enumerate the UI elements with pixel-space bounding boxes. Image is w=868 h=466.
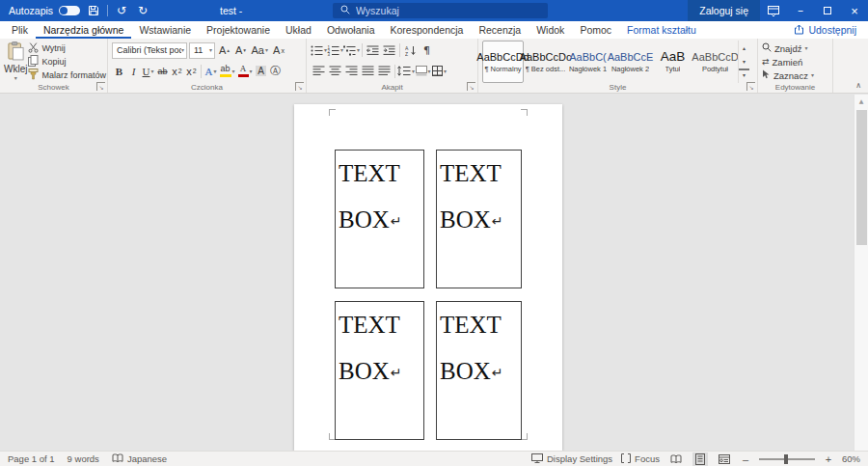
grow-font-button[interactable]: A▴ [217, 41, 231, 59]
font-name-combo[interactable]: Calibri (Tekst pod ▾ [112, 42, 187, 59]
styles-scroll-up-icon[interactable]: ▴ [739, 41, 749, 54]
page-indicator[interactable]: Page 1 of 1 [8, 453, 55, 464]
text-box[interactable]: TEXT BOX↵ [436, 301, 522, 440]
vertical-scrollbar[interactable]: ▲ [854, 95, 868, 451]
share-button[interactable]: Udostępnij [782, 21, 868, 39]
search-input[interactable] [356, 5, 540, 16]
align-center-button[interactable] [327, 63, 343, 80]
select-button[interactable]: Zaznacz ▾ [762, 69, 829, 82]
document-area[interactable]: TEXT BOX↵ TEXT BOX↵ TEXT BOX↵ TEXT [0, 95, 868, 451]
character-shading-button[interactable]: A [254, 63, 268, 80]
decrease-indent-button[interactable] [365, 41, 381, 59]
search-box[interactable] [333, 3, 548, 18]
enclose-characters-button[interactable]: Ⓐ [268, 63, 283, 80]
ribbon-tab[interactable]: Korespondencja [383, 21, 472, 39]
clear-formatting-button[interactable]: Ax [271, 41, 285, 59]
style-card[interactable]: AaBbCcE Nagłówek 2 [610, 41, 651, 83]
scroll-up-icon[interactable]: ▲ [854, 95, 868, 108]
dialog-launcher-icon[interactable]: ↘ [746, 82, 755, 91]
show-formatting-marks-button[interactable]: ¶ [419, 41, 435, 59]
zoom-slider-thumb[interactable] [784, 454, 788, 464]
dialog-launcher-icon[interactable]: ↘ [96, 82, 105, 91]
ribbon-tab[interactable]: Układ [278, 21, 319, 39]
style-card[interactable]: AaBbCcDc ¶ Bez odst... [525, 41, 566, 83]
paste-button[interactable]: Wklej ▾ [4, 41, 27, 82]
numbering-button[interactable]: 123 ▾ [327, 41, 343, 59]
align-left-button[interactable] [311, 63, 327, 80]
focus-button[interactable]: Focus [621, 453, 660, 465]
style-card[interactable]: AaB Tytuł [652, 41, 693, 83]
shrink-font-button[interactable]: A▾ [233, 41, 248, 59]
ribbon-tab[interactable]: Recenzja [471, 21, 529, 39]
strikethrough-button[interactable]: ab [155, 63, 170, 80]
align-right-button[interactable] [343, 63, 360, 80]
bullets-button[interactable]: ▾ [311, 41, 327, 59]
italic-button[interactable]: I [126, 63, 141, 80]
minimize-button[interactable]: – [787, 0, 814, 21]
ribbon-tab[interactable]: Odwołania [319, 21, 383, 39]
web-layout-button[interactable] [717, 452, 732, 466]
replace-button[interactable]: ⇄ Zamień [762, 55, 829, 69]
dialog-launcher-icon[interactable]: ↘ [295, 82, 304, 91]
zoom-slider[interactable] [759, 458, 815, 460]
subscript-button[interactable]: x2 [170, 63, 184, 80]
font-color-button[interactable]: A ▾ [236, 63, 254, 80]
line-spacing-button[interactable]: ▾ [397, 63, 415, 80]
text-box[interactable]: TEXT BOX↵ [436, 150, 522, 288]
format-painter-button[interactable]: Malarz formatów [28, 69, 106, 82]
styles-scroll-down-icon[interactable]: ▾ [739, 54, 749, 68]
style-card[interactable]: AaBbC( Nagłówek 1 [567, 41, 609, 83]
ribbon-tab[interactable]: Format kształtu [619, 21, 704, 39]
scrollbar-thumb[interactable] [856, 110, 867, 245]
text-box[interactable]: TEXT BOX↵ [335, 301, 424, 440]
zoom-level[interactable]: 60% [842, 453, 860, 464]
bold-button[interactable]: B [112, 63, 126, 80]
style-card[interactable]: AaBbCcDd ¶ Normalny [482, 41, 524, 83]
ribbon-tab[interactable]: Widok [529, 21, 572, 39]
save-icon[interactable] [86, 2, 101, 19]
redo-icon[interactable]: ↻ [135, 2, 150, 19]
ribbon-tab[interactable]: Pomoc [572, 21, 619, 39]
justify-button[interactable] [360, 63, 376, 80]
maximize-button[interactable] [814, 0, 841, 21]
sort-button[interactable]: AZ [402, 41, 419, 59]
multilevel-list-button[interactable]: ▾ [343, 41, 360, 59]
zoom-out-button[interactable]: – [741, 453, 750, 465]
cut-button[interactable]: Wytnij [28, 41, 106, 55]
ribbon-tab[interactable]: Narzędzia główne [36, 21, 131, 39]
shading-button[interactable]: ▾ [415, 63, 431, 80]
autosave-toggle[interactable] [59, 6, 80, 15]
find-button[interactable]: Znajdź ▾ [762, 41, 829, 55]
change-case-button[interactable]: Aa▾ [250, 41, 269, 59]
sign-in-button[interactable]: Zaloguj się [688, 0, 760, 21]
superscript-button[interactable]: x2 [184, 63, 199, 80]
dialog-launcher-icon[interactable]: ↘ [467, 82, 475, 91]
style-preview: AaB [661, 50, 686, 64]
close-button[interactable]: × [841, 0, 868, 21]
display-settings-button[interactable]: Display Settings [531, 453, 612, 465]
ribbon-display-options-icon[interactable] [760, 0, 787, 21]
word-count[interactable]: 9 words [68, 453, 99, 464]
tab-file[interactable]: Plik [4, 21, 36, 39]
borders-button[interactable]: ▾ [431, 63, 448, 80]
style-card[interactable]: AaBbCcD Podtytuł [694, 41, 736, 83]
styles-more-icon[interactable]: ▾ [739, 69, 749, 79]
read-mode-button[interactable] [668, 452, 684, 466]
language-indicator[interactable]: Japanese [112, 453, 167, 465]
distribute-button[interactable] [376, 63, 393, 80]
page[interactable]: TEXT BOX↵ TEXT BOX↵ TEXT BOX↵ TEXT [294, 104, 562, 451]
ribbon-tab[interactable]: Wstawianie [131, 21, 199, 39]
increase-indent-button[interactable] [381, 41, 397, 59]
text-effects-button[interactable]: A▾ [203, 63, 218, 80]
collapse-ribbon-icon[interactable]: ∧ [855, 81, 861, 90]
print-layout-button[interactable] [692, 452, 708, 466]
highlight-color-button[interactable]: ab ▾ [218, 63, 236, 80]
copy-button[interactable]: Kopiuj [28, 55, 106, 69]
zoom-in-button[interactable]: + [824, 453, 833, 465]
font-size-combo[interactable]: 11 ▾ [189, 42, 215, 59]
text-box[interactable]: TEXT BOX↵ [335, 150, 424, 288]
undo-icon[interactable]: ↺ [114, 2, 129, 19]
ribbon-tab[interactable]: Projektowanie [199, 21, 278, 39]
underline-button[interactable]: U▾ [141, 63, 155, 80]
align-center-icon [329, 66, 341, 76]
